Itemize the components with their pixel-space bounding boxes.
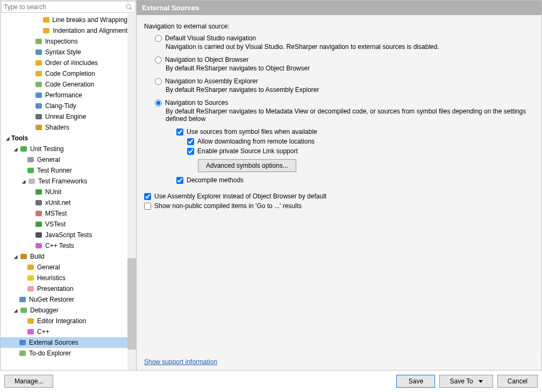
tree-item-inspections[interactable]: Inspections (1, 36, 136, 47)
expand-arrow-icon[interactable] (12, 253, 18, 260)
tree-item-clang-tidy[interactable]: Clang-Tidy (1, 101, 136, 111)
tree-item-label: General (37, 263, 60, 271)
nav-radio-label-2[interactable]: Navigation to Assembly Explorer (165, 77, 258, 85)
tree-item-code-completion[interactable]: Code Completion (1, 68, 136, 79)
tree-item-indentation-and-alignment[interactable]: Indentation and Alignment (1, 25, 136, 36)
nav-radio-label-1[interactable]: Navigation to Object Browser (165, 56, 248, 63)
svg-rect-29 (27, 318, 34, 324)
tree-item-label: Editor Integration (37, 317, 86, 325)
nav-radio-desc-3: By default ReSharper navigates to Metada… (166, 108, 534, 123)
tree-item-general[interactable]: General (1, 262, 136, 273)
tree-item-code-generation[interactable]: Code Generation (1, 79, 136, 90)
save-to-button[interactable]: Save To (439, 375, 493, 388)
use-assembly-explorer-checkbox[interactable] (144, 193, 151, 200)
use-sources-checkbox[interactable] (176, 129, 183, 136)
svg-rect-15 (27, 168, 34, 173)
nav-radio-label-3[interactable]: Navigation to Sources (165, 99, 228, 106)
tree-node-icon (26, 263, 35, 272)
svg-rect-8 (35, 82, 42, 87)
svg-rect-27 (19, 297, 26, 302)
tree-item-c-[interactable]: C++ (1, 326, 136, 337)
tree-item-build[interactable]: Build (1, 251, 136, 262)
use-sources-checkbox-label[interactable]: Use sources from symbol files when avail… (187, 128, 317, 136)
tree-item-nuget-restorer[interactable]: NuGet Restorer (1, 294, 136, 305)
tree-item-presentation[interactable]: Presentation (1, 283, 136, 294)
svg-point-0 (126, 4, 131, 9)
use-assembly-explorer-label[interactable]: Use Assembly Explorer instead of Object … (154, 193, 326, 200)
expand-arrow-icon[interactable] (12, 146, 18, 152)
tree-item-performance[interactable]: Performance (1, 90, 136, 101)
nav-radio-2[interactable] (155, 78, 162, 85)
nav-radio-0[interactable] (155, 35, 162, 42)
tree-node-icon (34, 102, 43, 110)
allow-download-checkbox[interactable] (187, 138, 194, 145)
tree-item-editor-integration[interactable]: Editor Integration (1, 316, 136, 326)
tree-item-shaders[interactable]: Shaders (1, 122, 136, 133)
private-sourcelink-checkbox-label[interactable]: Enable private Source Link support (197, 147, 298, 155)
search-input[interactable] (2, 3, 124, 11)
manage-button[interactable]: Manage... (4, 375, 53, 388)
tree-node-icon (19, 306, 28, 315)
tree-node-icon (34, 123, 43, 132)
nav-radio-1[interactable] (155, 56, 162, 63)
tree-item-label: Heuristics (37, 274, 66, 282)
decompile-methods-checkbox-label[interactable]: Decompile methods (187, 176, 244, 184)
scrollbar-track[interactable] (127, 13, 136, 370)
nav-section-label: Navigation to external source: (144, 23, 534, 30)
tree-node-icon (34, 37, 43, 46)
scrollbar-thumb[interactable] (127, 258, 136, 350)
tree-node-icon (34, 80, 43, 89)
tree-item-label: Order of #includes (45, 59, 98, 67)
page-title: External Sources (137, 1, 541, 15)
tree-node-icon (26, 317, 35, 325)
tree-item-to-do-explorer[interactable]: To-do Explorer (1, 348, 136, 359)
private-sourcelink-checkbox[interactable] (187, 148, 194, 155)
tree-item-label: Inspections (45, 38, 78, 45)
tree-item-label: External Sources (29, 339, 78, 346)
save-button[interactable]: Save (396, 375, 435, 388)
svg-rect-26 (27, 286, 34, 291)
expand-arrow-icon[interactable] (4, 135, 10, 141)
decompile-methods-checkbox[interactable] (176, 177, 183, 184)
chevron-down-icon (479, 380, 483, 383)
tree-item-general[interactable]: General (1, 154, 136, 165)
support-info-link[interactable]: Show support information (144, 358, 217, 366)
expand-arrow-icon[interactable] (12, 307, 18, 313)
tree-node-icon (34, 112, 43, 121)
show-nonpublic-checkbox[interactable] (144, 203, 151, 210)
show-nonpublic-label[interactable]: Show non-public compiled items in 'Go to… (154, 202, 302, 210)
search-icon[interactable] (124, 2, 134, 12)
nav-radio-desc-0: Navigation is carried out by Visual Stud… (166, 43, 534, 51)
tree-item-external-sources[interactable]: External Sources (1, 337, 136, 348)
tree-item-mstest[interactable]: MSTest (1, 208, 136, 219)
tree-item-javascript-tests[interactable]: JavaScript Tests (1, 230, 136, 240)
allow-download-checkbox-label[interactable]: Allow downloading from remote locations (197, 138, 315, 145)
tree-item-nunit[interactable]: NUnit (1, 187, 136, 197)
tree-item-line-breaks-and-wrapping[interactable]: Line breaks and Wrapping (1, 15, 136, 25)
advanced-symbols-button[interactable]: Advanced symbols options... (198, 159, 296, 172)
expand-arrow-icon[interactable] (20, 178, 26, 184)
tree-node-icon (42, 26, 51, 35)
tree-item-vstest[interactable]: VSTest (1, 219, 136, 230)
tree-item-unit-testing[interactable]: Unit Testing (1, 144, 136, 154)
tree-item-test-frameworks[interactable]: Test Frameworks (1, 176, 136, 187)
tree-item-syntax-style[interactable]: Syntax Style (1, 47, 136, 58)
nav-radio-3[interactable] (155, 99, 162, 106)
tree-item-tools[interactable]: Tools (1, 133, 136, 144)
cancel-button[interactable]: Cancel (497, 375, 538, 388)
tree-item-debugger[interactable]: Debugger (1, 305, 136, 316)
tree-node-icon (42, 16, 50, 24)
tree-item-unreal-engine[interactable]: Unreal Engine (1, 111, 136, 122)
tree-item-order-of-includes[interactable]: Order of #includes (1, 58, 136, 68)
tree-item-c-tests[interactable]: C++ Tests (1, 240, 136, 251)
tree-item-test-runner[interactable]: Test Runner (1, 165, 136, 176)
svg-rect-17 (35, 189, 42, 195)
tree-item-label: Build (30, 253, 45, 260)
tree-item-label: Unit Testing (30, 145, 63, 153)
tree-item-heuristics[interactable]: Heuristics (1, 273, 136, 283)
search-box[interactable] (1, 1, 136, 13)
tree-item-xunit-net[interactable]: xUnit.net (1, 197, 136, 208)
nav-radio-label-0[interactable]: Default Visual Studio navigation (165, 34, 256, 42)
tree-node-icon (18, 349, 27, 358)
svg-rect-7 (35, 71, 42, 76)
